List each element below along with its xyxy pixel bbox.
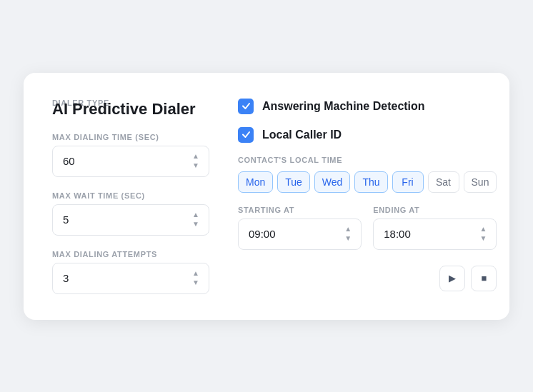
starting-at-down[interactable]: ▼ [342,234,354,243]
max-wait-time-value: 5 [63,213,69,226]
ending-at-label: ENDING AT [373,206,497,214]
ending-at-spinner: ▲ ▼ [478,225,489,243]
max-dialing-attempts-value: 3 [63,272,69,284]
contact-local-time-label: CONTACT'S LOCAL TIME [238,156,497,164]
checkmark-icon [241,101,251,111]
checkmark-icon-2 [241,130,251,139]
max-dialing-attempts-input[interactable]: 3 ▲ ▼ [52,263,209,294]
starting-at-spinner: ▲ ▼ [342,225,354,243]
starting-at-value: 09:00 [249,228,276,240]
max-wait-time-field: MAX WAIT TIME (SEC) 5 ▲ ▼ [52,191,209,236]
max-dialing-time-down[interactable]: ▼ [190,161,201,170]
max-dialing-attempts-up[interactable]: ▲ [190,269,201,278]
day-sat[interactable]: Sat [428,171,459,193]
max-wait-time-spinner: ▲ ▼ [190,211,201,228]
max-wait-time-up[interactable]: ▲ [190,211,201,219]
starting-at-label: STARTING AT [238,206,362,214]
max-wait-time-input[interactable]: 5 ▲ ▼ [52,204,209,236]
right-panel: Answering Machine Detection Local Caller… [238,99,497,294]
left-panel: DIALER TYPE AI Predictive Dialer MAX DIA… [52,99,209,294]
stop-button[interactable]: ■ [471,266,497,291]
play-icon: ▶ [449,273,456,283]
contact-local-time-section: CONTACT'S LOCAL TIME Mon Tue Wed Thu Fri… [238,156,497,193]
time-row: STARTING AT 09:00 ▲ ▼ ENDING AT 18:00 ▲ … [238,206,497,250]
play-button[interactable]: ▶ [439,266,465,291]
day-thu[interactable]: Thu [354,171,387,193]
day-wed[interactable]: Wed [314,171,351,193]
ending-at-down[interactable]: ▼ [478,234,489,243]
ending-at-group: ENDING AT 18:00 ▲ ▼ [373,206,497,250]
max-wait-time-down[interactable]: ▼ [190,220,201,228]
max-dialing-time-spinner: ▲ ▼ [190,152,201,170]
max-dialing-time-input[interactable]: 60 ▲ ▼ [52,146,209,177]
max-dialing-attempts-down[interactable]: ▼ [190,278,201,287]
starting-at-input[interactable]: 09:00 ▲ ▼ [238,218,362,250]
action-buttons: ▶ ■ [238,266,497,291]
starting-at-group: STARTING AT 09:00 ▲ ▼ [238,206,362,250]
max-dialing-time-label: MAX DIALING TIME (SEC) [52,133,209,141]
amd-checkbox-row: Answering Machine Detection [238,99,497,114]
max-wait-time-label: MAX WAIT TIME (SEC) [52,191,209,200]
max-dialing-attempts-field: MAX DIALING ATTEMPTS 3 ▲ ▼ [52,250,209,294]
max-dialing-time-value: 60 [63,155,75,167]
day-fri[interactable]: Fri [392,171,424,193]
amd-label: Answering Machine Detection [262,100,425,113]
stop-icon: ■ [482,273,487,283]
ending-at-value: 18:00 [384,228,411,240]
caller-id-label: Local Caller ID [262,129,342,141]
max-dialing-attempts-label: MAX DIALING ATTEMPTS [52,250,209,258]
day-tue[interactable]: Tue [277,171,310,193]
max-dialing-time-up[interactable]: ▲ [190,152,201,161]
ending-at-up[interactable]: ▲ [478,225,489,233]
day-mon[interactable]: Mon [238,171,273,193]
days-row: Mon Tue Wed Thu Fri Sat Sun [238,171,497,193]
settings-card: DIALER TYPE AI Predictive Dialer MAX DIA… [24,73,509,320]
starting-at-up[interactable]: ▲ [342,225,354,233]
caller-id-checkbox[interactable] [238,127,254,143]
max-dialing-time-field: MAX DIALING TIME (SEC) 60 ▲ ▼ [52,133,209,177]
ending-at-input[interactable]: 18:00 ▲ ▼ [373,218,497,250]
day-sun[interactable]: Sun [464,171,497,193]
max-dialing-attempts-spinner: ▲ ▼ [190,269,201,287]
caller-id-checkbox-row: Local Caller ID [238,127,497,143]
amd-checkbox[interactable] [238,99,254,114]
dialer-title: AI Predictive Dialer [52,100,209,119]
